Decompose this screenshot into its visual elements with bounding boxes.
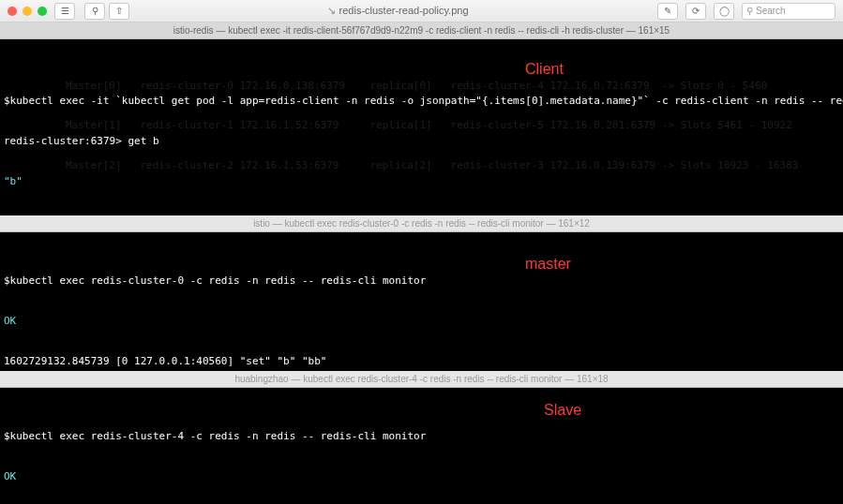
cmd-line: $kubectl exec redis-cluster-4 -c redis -…	[4, 430, 839, 443]
markup-icon[interactable]: ◯	[714, 3, 734, 20]
search-icon[interactable]: ⚲	[84, 3, 105, 20]
close-icon[interactable]	[8, 7, 17, 16]
terminal-client[interactable]: Master[0] redis-cluster-0 172.16.0.138:6…	[0, 39, 843, 215]
search-placeholder: Search	[756, 6, 786, 16]
tab-pane-3[interactable]: huabingzhao — kubectl exec redis-cluster…	[0, 371, 843, 388]
terminal-slave[interactable]: Slave $kubectl exec redis-cluster-4 -c r…	[0, 388, 843, 504]
label-master: master	[525, 255, 571, 274]
terminal-master[interactable]: master $kubectl exec redis-cluster-0 -c …	[0, 232, 843, 371]
share-icon[interactable]: ⇧	[109, 3, 129, 20]
label-client: Client	[525, 60, 564, 80]
window-titlebar: ☰ ⚲ ⇧ ↘ redis-cluster-read-policy.png ✎ …	[0, 0, 843, 22]
sidebar-toggle-button[interactable]: ☰	[54, 3, 75, 20]
ghost-topology: Master[0] redis-cluster-0 172.16.0.138:6…	[66, 52, 798, 200]
zoom-icon[interactable]	[38, 7, 47, 16]
search-input[interactable]: ⚲ Search	[742, 3, 835, 20]
minimize-icon[interactable]	[23, 7, 32, 16]
label-slave: Slave	[544, 401, 581, 421]
tab-pane-2[interactable]: istio — kubectl exec redis-cluster-0 -c …	[0, 215, 843, 232]
window-title: ↘ redis-cluster-read-policy.png	[139, 5, 657, 17]
cmd-line: $kubectl exec redis-cluster-0 -c redis -…	[4, 274, 839, 288]
traffic-lights	[8, 7, 47, 16]
tab-pane-1[interactable]: istio-redis — kubectl exec -it redis-cli…	[0, 22, 843, 39]
rotate-icon[interactable]: ⟳	[685, 3, 706, 20]
edit-icon[interactable]: ✎	[657, 3, 678, 20]
search-glyph-icon: ⚲	[746, 6, 753, 16]
